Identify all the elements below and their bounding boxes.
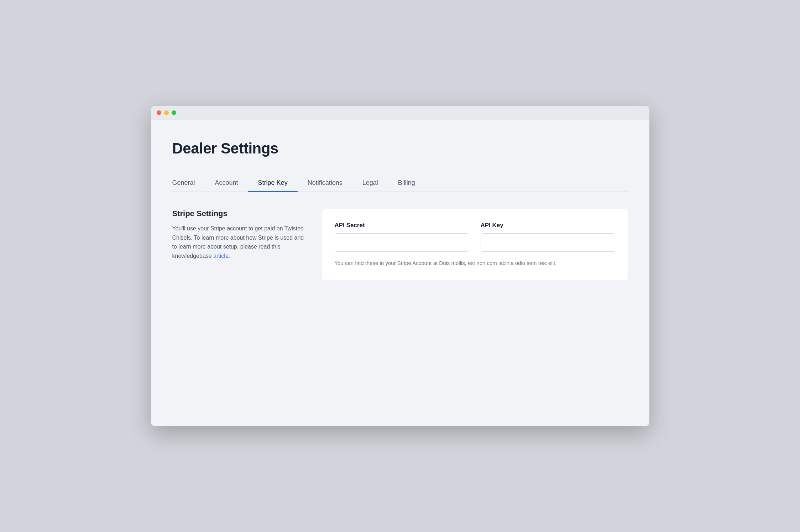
description-text-1: You'll use your Stripe account to get pa…	[172, 225, 304, 259]
card-help-text: You can find these in your Stripe Accoun…	[335, 259, 615, 267]
close-button[interactable]	[157, 110, 161, 115]
stripe-settings-card: API Secret API Key You can find these in…	[322, 209, 628, 280]
section-title: Stripe Settings	[172, 209, 308, 218]
api-key-label: API Key	[481, 222, 615, 229]
tab-legal[interactable]: Legal	[352, 174, 388, 192]
tab-notifications[interactable]: Notifications	[298, 174, 352, 192]
minimize-button[interactable]	[164, 110, 169, 115]
tabs-container: General Account Stripe Key Notifications…	[172, 174, 628, 192]
api-key-input[interactable]	[481, 233, 615, 252]
tabs-list: General Account Stripe Key Notifications…	[172, 174, 628, 192]
card-fields: API Secret API Key	[335, 222, 615, 252]
api-secret-label: API Secret	[335, 222, 469, 229]
article-link[interactable]: article	[213, 253, 229, 259]
page-title: Dealer Settings	[172, 140, 628, 157]
tab-account[interactable]: Account	[205, 174, 248, 192]
tab-billing[interactable]: Billing	[388, 174, 425, 192]
tab-stripe-key[interactable]: Stripe Key	[248, 174, 298, 192]
page-content: Dealer Settings General Account Stripe K…	[151, 120, 649, 302]
api-secret-field-group: API Secret	[335, 222, 469, 252]
maximize-button[interactable]	[172, 110, 176, 115]
section-info: Stripe Settings You'll use your Stripe a…	[172, 209, 308, 260]
api-key-field-group: API Key	[481, 222, 615, 252]
section-description: You'll use your Stripe account to get pa…	[172, 224, 308, 260]
tab-general[interactable]: General	[172, 174, 205, 192]
app-window: Dealer Settings General Account Stripe K…	[151, 106, 649, 426]
section-layout: Stripe Settings You'll use your Stripe a…	[172, 209, 628, 280]
api-secret-input[interactable]	[335, 233, 469, 252]
titlebar	[151, 106, 649, 120]
description-text-2: .	[229, 253, 230, 259]
